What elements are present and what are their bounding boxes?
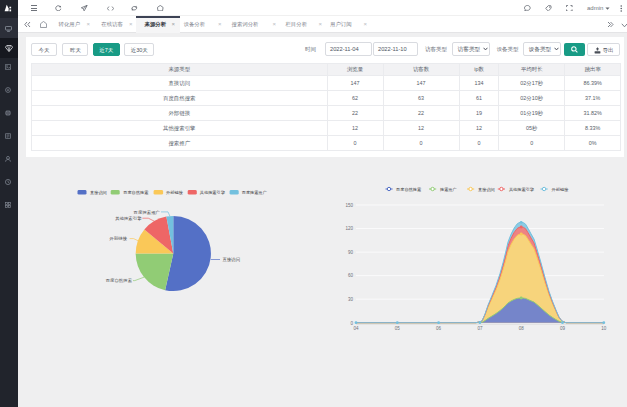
svg-text:百度搜索推广: 百度搜索推广 xyxy=(242,190,268,195)
svg-text:90: 90 xyxy=(348,250,354,255)
svg-text:09: 09 xyxy=(560,326,566,331)
svg-text:直接访问: 直接访问 xyxy=(90,190,107,196)
svg-text:外部链接: 外部链接 xyxy=(109,236,128,241)
svg-text:150: 150 xyxy=(345,203,353,208)
svg-text:0: 0 xyxy=(350,321,353,326)
svg-text:10: 10 xyxy=(601,326,607,331)
svg-text:百度搜索推广: 百度搜索推广 xyxy=(133,210,161,215)
svg-text:60: 60 xyxy=(348,273,354,278)
svg-text:百度自然搜索: 百度自然搜索 xyxy=(123,190,148,195)
svg-text:外部链接: 外部链接 xyxy=(552,187,569,192)
svg-text:30: 30 xyxy=(348,297,354,302)
svg-text:百度自然搜索: 百度自然搜索 xyxy=(396,187,421,192)
svg-text:直接访问: 直接访问 xyxy=(478,187,495,193)
svg-text:05: 05 xyxy=(395,326,401,331)
svg-text:搜索推广: 搜索推广 xyxy=(440,187,458,192)
svg-text:06: 06 xyxy=(436,326,442,331)
svg-text:07: 07 xyxy=(477,326,483,331)
svg-text:120: 120 xyxy=(345,226,353,231)
svg-text:其他搜索引擎: 其他搜索引擎 xyxy=(509,187,535,192)
svg-text:百度自然搜索: 百度自然搜索 xyxy=(105,278,132,283)
svg-text:其他搜索引擎: 其他搜索引擎 xyxy=(115,216,142,221)
svg-text:08: 08 xyxy=(519,326,525,331)
svg-text:直接访问: 直接访问 xyxy=(223,257,241,263)
svg-text:其他搜索引擎: 其他搜索引擎 xyxy=(200,190,226,195)
svg-text:04: 04 xyxy=(353,326,359,331)
svg-text:外部链接: 外部链接 xyxy=(166,190,183,195)
